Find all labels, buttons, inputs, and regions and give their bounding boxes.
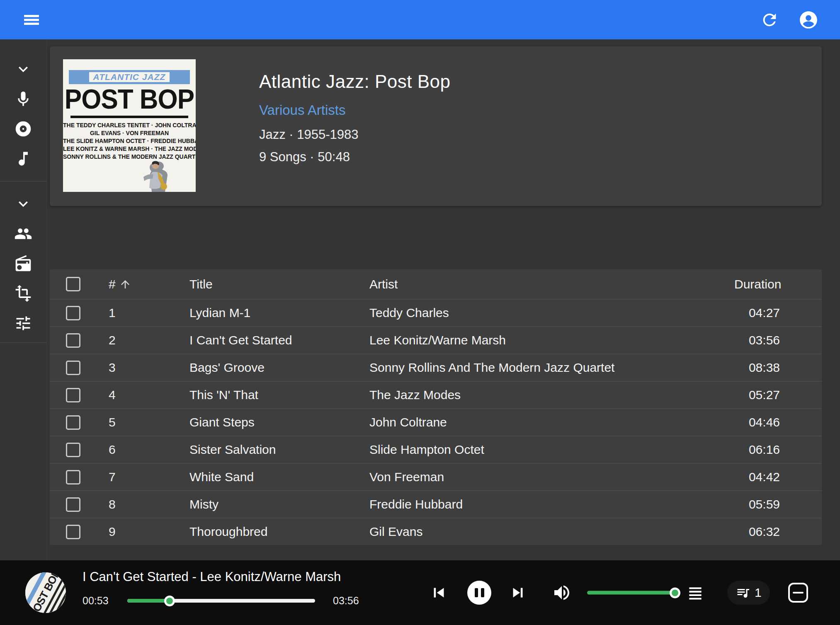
table-row[interactable]: 5 Giant Steps John Coltrane 04:46 [50, 408, 822, 436]
album-title: Atlantic Jazz: Post Bop [259, 71, 451, 92]
cover-label: ATLANTIC JAZZ [89, 72, 170, 82]
header-duration[interactable]: Duration [734, 277, 780, 291]
pause-button[interactable] [467, 581, 491, 605]
sidebar-item-users[interactable] [12, 222, 35, 245]
table-row[interactable]: 2 I Can't Get Started Lee Konitz/Warne M… [50, 326, 822, 354]
now-playing-title: I Can't Get Started - Lee Konitz/Warne M… [83, 569, 341, 584]
song-duration: 06:32 [734, 525, 780, 539]
seek-bar[interactable] [127, 599, 315, 603]
sidebar [0, 39, 47, 560]
song-artist: The Jazz Modes [369, 388, 734, 402]
now-playing-artwork[interactable]: POST BOP [25, 572, 66, 613]
main-area: ATLANTIC JAZZ POST BOP THE TEDDY CHARLES… [47, 39, 840, 560]
skip-next-icon [508, 583, 527, 602]
sidebar-item-artists[interactable] [12, 87, 35, 111]
song-title: White Sand [189, 470, 369, 484]
song-title: Giant Steps [189, 415, 369, 429]
total-time: 03:56 [333, 595, 366, 607]
sidebar-collapse-top[interactable] [12, 58, 35, 81]
row-checkbox[interactable] [66, 470, 80, 484]
sort-ascending-icon[interactable] [119, 278, 131, 291]
song-title: Sister Salvation [189, 443, 369, 457]
playlist-music-icon [736, 585, 750, 600]
table-row[interactable]: 8 Misty Freddie Hubbard 05:59 [50, 490, 822, 518]
sidebar-item-transcode[interactable] [12, 282, 35, 305]
sidebar-item-songs[interactable] [12, 147, 35, 170]
table-row[interactable]: 1 Lydian M-1 Teddy Charles 04:27 [50, 299, 822, 326]
song-duration: 04:42 [734, 470, 780, 484]
song-title: Thoroughbred [189, 525, 369, 539]
album-artist-link[interactable]: Various Artists [259, 102, 345, 118]
row-checkbox[interactable] [66, 443, 80, 457]
queue-button[interactable] [686, 584, 704, 602]
song-number: 5 [109, 415, 189, 429]
elapsed-time: 00:53 [83, 595, 112, 607]
refresh-button[interactable] [757, 7, 782, 32]
table-row[interactable]: 4 This 'N' That The Jazz Modes 05:27 [50, 381, 822, 408]
cover-title: POST BOP [63, 83, 196, 115]
sidebar-item-radio[interactable] [12, 252, 35, 275]
table-row[interactable]: 3 Bags' Groove Sonny Rollins And The Mod… [50, 354, 822, 381]
sidebar-collapse-bottom[interactable] [12, 192, 35, 216]
row-checkbox[interactable] [66, 525, 80, 539]
volume-button[interactable] [552, 583, 572, 603]
song-duration: 05:59 [734, 497, 780, 511]
volume-slider[interactable] [587, 591, 675, 595]
cover-artist-lines: THE TEDDY CHARLES TENTET · JOHN COLTRANE… [63, 121, 196, 161]
row-checkbox[interactable] [66, 415, 80, 430]
row-checkbox[interactable] [66, 497, 80, 512]
song-table: # Title Artist Duration 1 Lydian M-1 Ted… [50, 269, 822, 545]
header-artist[interactable]: Artist [369, 277, 734, 291]
row-checkbox[interactable] [66, 333, 80, 348]
song-artist: Sonny Rollins And The Modern Jazz Quarte… [369, 361, 734, 375]
row-checkbox[interactable] [66, 361, 80, 375]
header-number[interactable]: # [109, 277, 189, 291]
previous-button[interactable] [429, 583, 448, 602]
row-checkbox[interactable] [66, 388, 80, 402]
album-meta: Atlantic Jazz: Post Bop Various Artists … [259, 59, 451, 206]
seek-fill [127, 599, 170, 603]
table-row[interactable]: 7 White Sand Von Freeman 04:42 [50, 463, 822, 490]
menu-button[interactable] [19, 7, 44, 32]
header-title[interactable]: Title [189, 277, 369, 291]
song-artist: Gil Evans [369, 525, 734, 539]
cover-top-band: ATLANTIC JAZZ [69, 70, 190, 84]
next-button[interactable] [508, 583, 527, 602]
sidebar-divider [0, 342, 47, 343]
album-cover-art: ATLANTIC JAZZ POST BOP THE TEDDY CHARLES… [63, 59, 196, 192]
seek-knob[interactable] [164, 596, 175, 606]
seek-row: 00:53 03:56 [83, 595, 366, 607]
header-checkbox-cell [50, 277, 109, 291]
song-title: I Can't Get Started [189, 333, 369, 347]
song-number: 6 [109, 443, 189, 457]
account-button[interactable] [796, 7, 821, 32]
song-artist: John Coltrane [369, 415, 734, 429]
song-duration: 08:38 [734, 361, 780, 375]
table-row[interactable]: 9 Thoroughbred Gil Evans 06:32 [50, 518, 822, 545]
sidebar-item-albums[interactable] [12, 117, 35, 141]
table-body: 1 Lydian M-1 Teddy Charles 04:27 2 I Can… [50, 299, 822, 545]
song-number: 2 [109, 333, 189, 347]
song-artist: Freddie Hubbard [369, 497, 734, 511]
song-artist: Slide Hampton Octet [369, 443, 734, 457]
table-row[interactable]: 6 Sister Salvation Slide Hampton Octet 0… [50, 436, 822, 463]
row-checkbox[interactable] [66, 306, 80, 320]
song-duration: 03:56 [734, 333, 780, 347]
song-title: Lydian M-1 [189, 306, 369, 320]
toggle-mini-player-button[interactable] [788, 583, 808, 603]
radio-icon [14, 254, 32, 273]
account-circle-icon [798, 10, 819, 30]
album-genre-years: Jazz · 1955-1983 [259, 127, 451, 142]
song-duration: 05:27 [734, 388, 780, 402]
microphone-icon [14, 90, 32, 108]
volume-up-icon [552, 583, 572, 603]
volume-knob[interactable] [670, 587, 680, 598]
sidebar-item-settings[interactable] [12, 312, 35, 335]
playlist-count-badge[interactable]: 1 [727, 581, 770, 605]
select-all-checkbox[interactable] [66, 277, 80, 291]
cover-rule [70, 116, 188, 118]
chevron-down-icon [14, 195, 32, 213]
mini-player-icon [788, 583, 808, 603]
song-artist: Von Freeman [369, 470, 734, 484]
song-artist: Teddy Charles [369, 306, 734, 320]
